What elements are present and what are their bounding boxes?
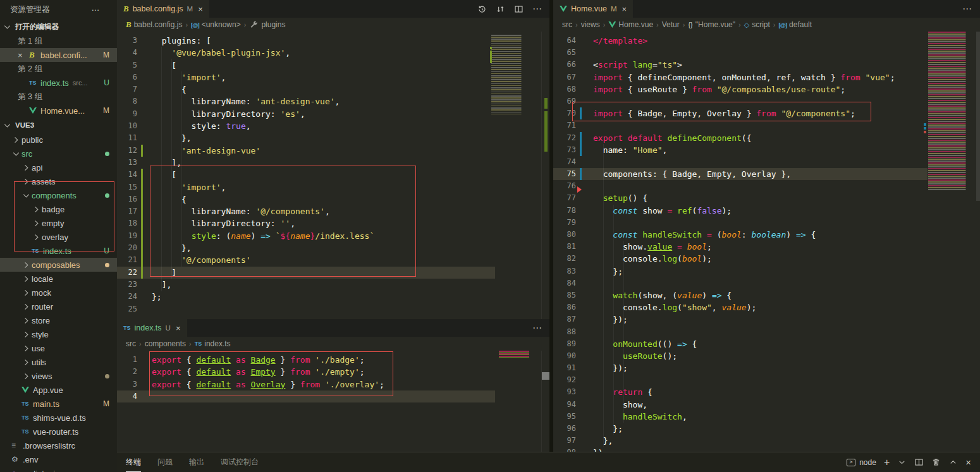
panel-tab-调试控制台[interactable]: 调试控制台 [221, 452, 259, 472]
code-line-71[interactable]: 71 [553, 119, 928, 131]
open-editor-babel.confi...[interactable]: × B babel.confi... M [0, 48, 117, 62]
code-line-4[interactable]: 4 '@vue/babel-plugin-jsx', [117, 47, 495, 59]
code-line-91[interactable]: 91 }); [553, 362, 928, 374]
split-editor-icon[interactable] [514, 4, 524, 14]
code-line-9[interactable]: 9 libraryDirectory: 'es', [117, 108, 495, 120]
code-line-3[interactable]: 3 export { default as Overlay } from './… [117, 378, 495, 390]
code-line-65[interactable]: 65 [553, 47, 928, 59]
code-line-89[interactable]: 89 onMounted(() => { [553, 338, 928, 350]
tree-item-index.ts[interactable]: TSindex.tsU [0, 244, 117, 258]
breadcrumb-item[interactable]: [@]default [779, 20, 812, 29]
code-line-87[interactable]: 87 }); [553, 313, 928, 325]
code-line-19[interactable]: 19 style: (name) => `${name}/index.less` [117, 230, 495, 242]
code-line-15[interactable]: 15 'import', [117, 181, 495, 193]
code-line-86[interactable]: 86 console.log("show", value); [553, 301, 928, 313]
breadcrumb-item[interactable]: ◇script [744, 20, 770, 29]
new-terminal-icon[interactable]: + [884, 457, 890, 468]
breadcrumb-item[interactable]: plugins [249, 20, 285, 30]
close-icon[interactable]: × [622, 4, 627, 14]
shell-name[interactable]: node [859, 458, 876, 467]
code-line-74[interactable]: 74 [553, 156, 928, 168]
close-panel-icon[interactable]: × [965, 457, 971, 468]
code-line-23[interactable]: 23 ], [117, 279, 495, 291]
close-icon[interactable]: × [18, 51, 29, 60]
code-line-90[interactable]: 90 useRoute(); [553, 350, 928, 362]
code-line-69[interactable]: 69 [553, 95, 928, 107]
more-actions-icon[interactable]: ⋯ [962, 3, 972, 15]
panel-tab-问题[interactable]: 问题 [157, 452, 173, 472]
close-icon[interactable]: × [198, 4, 203, 14]
tree-item-api[interactable]: api [0, 160, 117, 174]
history-icon[interactable] [477, 4, 487, 14]
code-line-95[interactable]: 95 handleSwitch, [553, 411, 928, 423]
tree-item-App.vue[interactable]: App.vue [0, 383, 117, 397]
code-line-83[interactable]: 83 }; [553, 265, 928, 277]
breadcrumb-item[interactable]: {}"Home.vue" [688, 20, 735, 29]
maximize-panel-icon[interactable] [948, 457, 958, 467]
code-line-6[interactable]: 6 'import', [117, 71, 495, 83]
breadcrumb-item[interactable]: TSindex.ts [195, 339, 231, 348]
tab-Home.vue[interactable]: Home.vue M × [553, 0, 633, 18]
code-line-93[interactable]: 93 return { [553, 386, 928, 398]
breadcrumb-item[interactable]: Home.vue [608, 20, 653, 29]
tree-item-empty[interactable]: empty [0, 216, 117, 230]
code-editor-babel[interactable]: 3 plugins: [ 4 '@vue/babel-plugin-jsx', … [117, 32, 495, 319]
tab-index.ts[interactable]: TSindex.ts U × [117, 319, 187, 337]
code-line-13[interactable]: 13 ], [117, 157, 495, 169]
panel-tab-输出[interactable]: 输出 [189, 452, 204, 472]
code-line-85[interactable]: 85 watch(show, (value) => { [553, 289, 928, 301]
tree-item-.eslintrc.js[interactable]: ◉.eslintrc.js [0, 466, 117, 472]
split-editor-icon[interactable] [914, 457, 924, 467]
code-line-73[interactable]: 73 name: "Home", [553, 144, 928, 156]
more-actions-icon[interactable]: ⋯ [92, 5, 100, 15]
code-line-17[interactable]: 17 libraryName: '@/components', [117, 205, 495, 217]
kill-terminal-icon[interactable] [931, 457, 941, 467]
code-line-66[interactable]: 66 <script lang="ts"> [553, 59, 928, 71]
tree-item-components[interactable]: components [0, 188, 117, 202]
code-line-22[interactable]: 22 ] [117, 267, 495, 279]
tree-item-mock[interactable]: mock [0, 286, 117, 300]
minimap[interactable] [499, 351, 529, 358]
minimap[interactable] [491, 35, 533, 116]
tree-item-overlay[interactable]: overlay [0, 230, 117, 244]
more-actions-icon[interactable]: ⋯ [532, 322, 542, 334]
tree-item-router[interactable]: router [0, 300, 117, 313]
tree-item-locale[interactable]: locale [0, 272, 117, 286]
tree-item-use[interactable]: use [0, 341, 117, 355]
code-line-12[interactable]: 12 'ant-design-vue' [117, 145, 495, 157]
tree-item-.browserslistrc[interactable]: ≡.browserslistrc [0, 439, 117, 452]
breadcrumb-item[interactable]: views [581, 20, 600, 29]
code-line-25[interactable]: 25 [117, 303, 495, 315]
code-line-76[interactable]: 76 [553, 180, 928, 192]
minimap[interactable] [928, 32, 972, 191]
code-line-20[interactable]: 20 }, [117, 242, 495, 254]
tree-item-src[interactable]: src [0, 147, 117, 160]
code-line-78[interactable]: 78 const show = ref(false); [553, 205, 928, 217]
code-line-8[interactable]: 8 libraryName: 'ant-design-vue', [117, 95, 495, 107]
code-line-75[interactable]: 75 components: { Badge, Empty, Overlay }… [553, 168, 928, 180]
tree-item-main.ts[interactable]: TSmain.tsM [0, 397, 117, 411]
tree-item-store[interactable]: store [0, 313, 117, 327]
tree-item-utils[interactable]: utils [0, 355, 117, 369]
code-line-1[interactable]: 1 export { default as Badge } from './ba… [117, 354, 495, 366]
project-section[interactable]: VUE3 [0, 118, 117, 133]
tree-item-assets[interactable]: assets [0, 174, 117, 188]
code-line-94[interactable]: 94 show, [553, 399, 928, 411]
code-line-2[interactable]: 2 export { default as Empty } from './em… [117, 366, 495, 378]
code-line-64[interactable]: 64 </template> [553, 35, 928, 47]
code-line-72[interactable]: 72 export default defineComponent({ [553, 132, 928, 144]
tree-item-badge[interactable]: badge [0, 202, 117, 216]
code-line-80[interactable]: 80 const handleSwitch = (bool: boolean) … [553, 229, 928, 241]
breadcrumb-item[interactable]: src [562, 20, 572, 29]
code-line-4[interactable]: 4 [117, 390, 495, 402]
code-line-14[interactable]: 14 [ [117, 169, 495, 181]
close-icon[interactable]: × [176, 324, 181, 333]
code-editor-index[interactable]: 1 export { default as Badge } from './ba… [117, 351, 495, 452]
code-line-18[interactable]: 18 libraryDirectory: '', [117, 217, 495, 229]
code-line-7[interactable]: 7 { [117, 83, 495, 95]
panel-tab-终端[interactable]: 终端 [126, 452, 141, 472]
code-line-81[interactable]: 81 show.value = bool; [553, 241, 928, 253]
breadcrumb-item[interactable]: src [126, 339, 136, 348]
code-line-84[interactable]: 84 [553, 277, 928, 289]
terminal-dropdown-icon[interactable] [897, 457, 907, 467]
